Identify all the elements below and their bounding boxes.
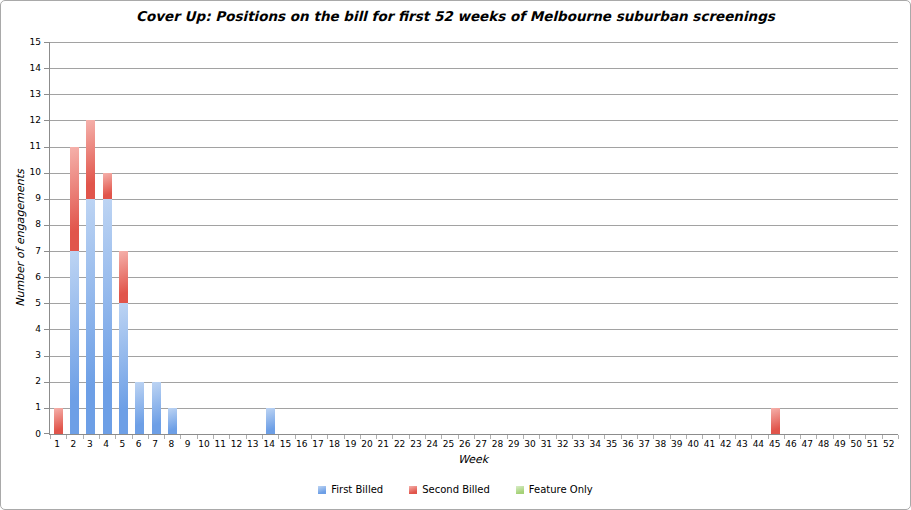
x-tick-label: 17 bbox=[310, 439, 326, 450]
gridline bbox=[50, 94, 898, 95]
x-tick-label: 10 bbox=[196, 439, 212, 450]
y-tick-mark bbox=[44, 120, 50, 121]
legend-label: Feature Only bbox=[529, 484, 593, 495]
gridline bbox=[50, 42, 898, 43]
bar-first-billed bbox=[70, 251, 79, 434]
legend-item-feature-only: Feature Only bbox=[516, 484, 593, 495]
x-tick-label: 3 bbox=[82, 439, 98, 450]
x-tick-label: 34 bbox=[587, 439, 603, 450]
x-tick-label: 15 bbox=[277, 439, 293, 450]
bar-first-billed bbox=[135, 382, 144, 434]
chart-title: Cover Up: Positions on the bill for firs… bbox=[1, 8, 910, 24]
bar-first-billed bbox=[86, 199, 95, 434]
y-tick-mark bbox=[44, 382, 50, 383]
x-tick-label: 44 bbox=[750, 439, 766, 450]
y-tick-label: 2 bbox=[3, 376, 41, 387]
chart-window: Cover Up: Positions on the bill for firs… bbox=[0, 0, 911, 510]
bar-second-billed bbox=[86, 120, 95, 198]
legend: First BilledSecond BilledFeature Only bbox=[1, 484, 910, 495]
x-tick-label: 14 bbox=[261, 439, 277, 450]
y-tick-label: 9 bbox=[3, 193, 41, 204]
y-tick-label: 12 bbox=[3, 115, 41, 126]
plot-area bbox=[49, 42, 898, 435]
bar-second-billed bbox=[119, 251, 128, 303]
legend-swatch-second-billed bbox=[409, 486, 417, 494]
y-tick-label: 7 bbox=[3, 246, 41, 257]
bar-second-billed bbox=[103, 173, 112, 199]
x-tick-label: 1 bbox=[49, 439, 65, 450]
x-tick-label: 31 bbox=[538, 439, 554, 450]
x-tick-label: 48 bbox=[815, 439, 831, 450]
x-tick-label: 20 bbox=[359, 439, 375, 450]
x-tick-label: 41 bbox=[701, 439, 717, 450]
x-tick-label: 29 bbox=[506, 439, 522, 450]
x-tick-label: 12 bbox=[228, 439, 244, 450]
x-tick-label: 22 bbox=[391, 439, 407, 450]
y-tick-mark bbox=[44, 251, 50, 252]
bar-first-billed bbox=[266, 408, 275, 434]
x-tick-label: 2 bbox=[65, 439, 81, 450]
y-tick-label: 4 bbox=[3, 324, 41, 335]
x-tick-label: 23 bbox=[408, 439, 424, 450]
x-tick-label: 7 bbox=[147, 439, 163, 450]
x-tick-label: 21 bbox=[375, 439, 391, 450]
x-tick-label: 43 bbox=[734, 439, 750, 450]
y-tick-mark bbox=[44, 225, 50, 226]
y-tick-mark bbox=[44, 356, 50, 357]
y-tick-mark bbox=[44, 147, 50, 148]
x-tick-label: 30 bbox=[522, 439, 538, 450]
legend-swatch-feature-only bbox=[516, 486, 524, 494]
x-tick-label: 35 bbox=[603, 439, 619, 450]
y-tick-label: 11 bbox=[3, 141, 41, 152]
y-tick-mark bbox=[44, 408, 50, 409]
x-tick-label: 38 bbox=[652, 439, 668, 450]
x-tick-label: 39 bbox=[669, 439, 685, 450]
y-tick-label: 1 bbox=[3, 402, 41, 413]
y-tick-label: 5 bbox=[3, 298, 41, 309]
x-tick-label: 26 bbox=[457, 439, 473, 450]
y-tick-label: 8 bbox=[3, 219, 41, 230]
x-tick-label: 32 bbox=[555, 439, 571, 450]
x-tick-label: 19 bbox=[343, 439, 359, 450]
y-axis-title: Number of engagements bbox=[14, 169, 27, 307]
x-tick-label: 18 bbox=[326, 439, 342, 450]
x-tick-label: 51 bbox=[864, 439, 880, 450]
bar-second-billed bbox=[70, 147, 79, 252]
gridline bbox=[50, 173, 898, 174]
bar-first-billed bbox=[168, 408, 177, 434]
y-tick-label: 3 bbox=[3, 350, 41, 361]
gridline bbox=[50, 382, 898, 383]
x-tick-label: 28 bbox=[489, 439, 505, 450]
y-tick-mark bbox=[44, 277, 50, 278]
y-tick-mark bbox=[44, 94, 50, 95]
x-tick-label: 36 bbox=[620, 439, 636, 450]
y-tick-mark bbox=[44, 329, 50, 330]
gridline bbox=[50, 120, 898, 121]
x-tick-label: 5 bbox=[114, 439, 130, 450]
y-tick-label: 0 bbox=[3, 429, 41, 440]
x-tick-label: 4 bbox=[98, 439, 114, 450]
x-tick-label: 11 bbox=[212, 439, 228, 450]
x-tick-label: 8 bbox=[163, 439, 179, 450]
gridline bbox=[50, 251, 898, 252]
x-tick-label: 37 bbox=[636, 439, 652, 450]
legend-label: Second Billed bbox=[422, 484, 490, 495]
x-tick-label: 6 bbox=[131, 439, 147, 450]
bar-first-billed bbox=[103, 199, 112, 434]
x-tick-label: 33 bbox=[571, 439, 587, 450]
bar-second-billed bbox=[771, 408, 780, 434]
x-tick-label: 46 bbox=[783, 439, 799, 450]
gridline bbox=[50, 277, 898, 278]
gridline bbox=[50, 147, 898, 148]
gridline bbox=[50, 329, 898, 330]
bar-first-billed bbox=[152, 382, 161, 434]
x-tick-label: 24 bbox=[424, 439, 440, 450]
x-tick-label: 50 bbox=[848, 439, 864, 450]
gridline bbox=[50, 199, 898, 200]
y-tick-label: 14 bbox=[3, 63, 41, 74]
gridline bbox=[50, 303, 898, 304]
y-tick-label: 15 bbox=[3, 37, 41, 48]
x-tick-label: 40 bbox=[685, 439, 701, 450]
y-tick-mark bbox=[44, 68, 50, 69]
y-tick-mark bbox=[44, 173, 50, 174]
